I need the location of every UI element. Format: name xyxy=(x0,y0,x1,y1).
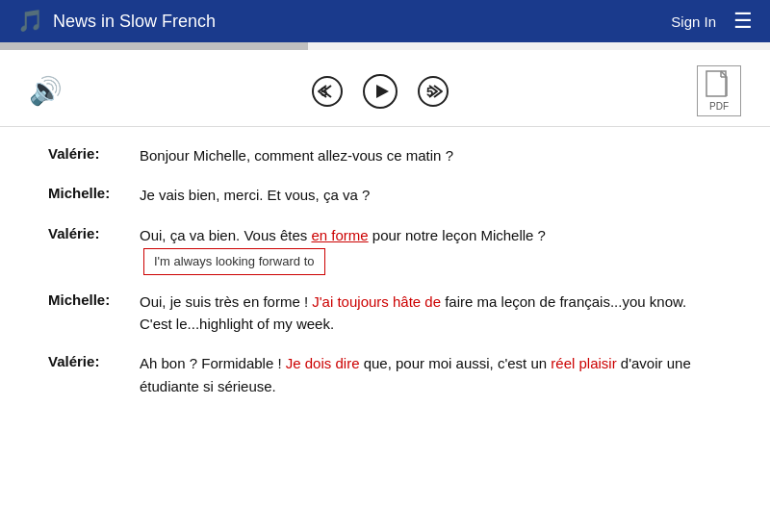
hamburger-icon[interactable]: ☰ xyxy=(733,9,753,34)
header: 🎵 News in Slow French Sign In ☰ xyxy=(0,0,770,42)
tooltip-box: I'm always looking forward to xyxy=(143,248,325,275)
highlight-je-dois-dire[interactable]: Je dois dire xyxy=(286,355,360,371)
progress-bar xyxy=(0,42,308,50)
svg-rect-6 xyxy=(706,71,726,96)
table-row: Michelle: Oui, je suis très en forme ! J… xyxy=(48,291,722,336)
table-row: Valérie: Bonjour Michelle, comment allez… xyxy=(48,144,722,166)
line-text-1: Bonjour Michelle, comment allez-vous ce … xyxy=(140,144,722,166)
speaker-valerie-3: Valérie: xyxy=(48,352,140,369)
line-text-2: Je vais bien, merci. Et vous, ça va ? xyxy=(140,184,722,206)
table-row: Michelle: Je vais bien, merci. Et vous, … xyxy=(48,184,722,206)
divider xyxy=(0,126,770,127)
speaker-michelle-2: Michelle: xyxy=(48,291,140,308)
speaker-michelle-1: Michelle: xyxy=(48,184,140,201)
forward-icon: 5 xyxy=(416,74,450,109)
volume-icon[interactable]: 🔊 xyxy=(29,75,63,107)
rewind-button[interactable]: 5 xyxy=(310,74,345,109)
forward-button[interactable]: 5 xyxy=(416,74,450,109)
line-text-4: Oui, je suis très en forme ! J'ai toujou… xyxy=(140,291,722,336)
sign-in-button[interactable]: Sign In xyxy=(671,13,716,30)
line-text-3: Oui, ça va bien. Vous êtes en forme pour… xyxy=(140,224,722,273)
line-text-5: Ah bon ? Formidable ! Je dois dire que, … xyxy=(140,352,722,397)
player-area: 🔊 5 5 xyxy=(0,50,770,126)
table-row: Valérie: Ah bon ? Formidable ! Je dois d… xyxy=(48,352,722,397)
pdf-button[interactable]: PDF xyxy=(697,65,741,116)
highlight-jai-toujours[interactable]: J'ai toujours hâte de xyxy=(312,293,441,310)
progress-bar-container[interactable] xyxy=(0,42,770,50)
highlight-en-forme[interactable]: en forme xyxy=(311,227,368,243)
player-left: 🔊 xyxy=(29,75,63,107)
site-title: News in Slow French xyxy=(53,12,216,32)
speaker-valerie-2: Valérie: xyxy=(48,224,140,241)
rewind-icon: 5 xyxy=(310,74,345,109)
svg-marker-3 xyxy=(376,85,389,98)
play-button[interactable] xyxy=(362,73,398,110)
logo-icon: 🎵 xyxy=(17,9,43,34)
pdf-label: PDF xyxy=(709,101,729,112)
header-left: 🎵 News in Slow French xyxy=(17,9,216,34)
play-icon xyxy=(362,73,398,110)
transcript: Valérie: Bonjour Michelle, comment allez… xyxy=(0,135,770,434)
player-center: 5 5 xyxy=(310,73,450,110)
speaker-valerie-1: Valérie: xyxy=(48,144,140,162)
highlight-reel-plaisir[interactable]: réel plaisir xyxy=(551,355,616,371)
pdf-icon xyxy=(706,70,732,101)
table-row: Valérie: Oui, ça va bien. Vous êtes en f… xyxy=(48,224,722,273)
header-right: Sign In ☰ xyxy=(671,9,753,34)
